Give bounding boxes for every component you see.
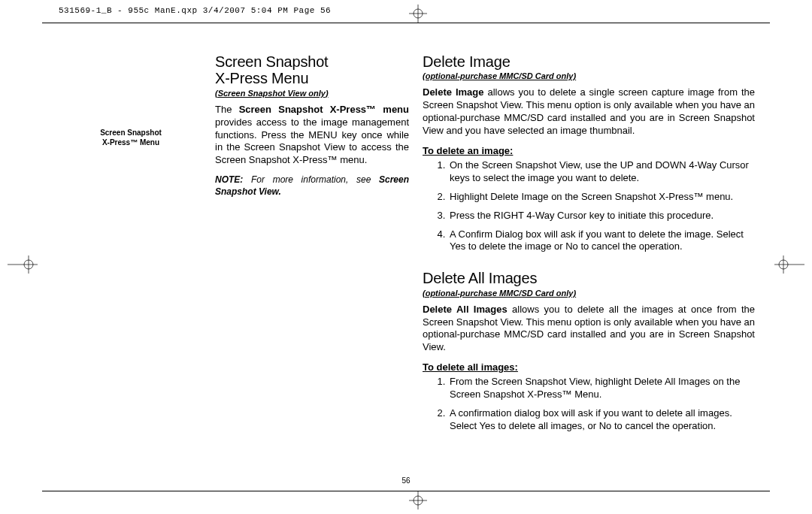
s2-howto-head: To delete all images: [423, 361, 755, 373]
s2-title: Delete All Images [423, 270, 755, 286]
s1-howto-head: To delete an image: [423, 145, 755, 156]
mid-para-before: The [215, 104, 239, 115]
caption-line2: X-Press™ Menu [102, 138, 159, 147]
s2-wrapper: Delete All Images (optional-purchase MMC… [423, 270, 755, 433]
mid-title: Screen Snapshot X-Press Menu [215, 53, 409, 87]
reg-mark-bottom [409, 491, 427, 509]
list-item: A Confirm Dialog box will ask if you wan… [448, 228, 755, 254]
mid-column: Screen Snapshot X-Press Menu (Screen Sna… [215, 53, 409, 198]
list-item: Press the RIGHT 4-Way Cursor key to init… [448, 210, 755, 222]
mid-title-line1: Screen Snapshot [215, 53, 328, 70]
page-frame: Screen Snapshot X-Press™ Menu Screen Sna… [42, 23, 770, 491]
list-item: On the Screen Snapshot View, use the UP … [448, 159, 755, 185]
list-item: Highlight Delete Image on the Screen Sna… [448, 191, 755, 204]
s1-subtitle: (optional-purchase MMC/SD Card only) [423, 71, 755, 80]
page-number: 56 [401, 476, 410, 485]
figure-caption: Screen Snapshot X-Press™ Menu [56, 128, 206, 147]
s1-paragraph: Delete Image allows you to delete a sing… [423, 86, 755, 138]
figure-column: Screen Snapshot X-Press™ Menu [56, 56, 206, 147]
reg-mark-top [409, 5, 427, 23]
print-header: 531569-1_B - 955c ManE.qxp 3/4/2007 5:04… [59, 6, 331, 15]
reg-mark-right [774, 255, 804, 274]
note-lead: NOTE: [215, 174, 243, 185]
right-column: Delete Image (optional-purchase MMC/SD C… [423, 53, 755, 439]
mid-title-line2: X-Press Menu [215, 70, 308, 86]
mid-para-after: provides access to the image management … [215, 116, 409, 166]
mid-subtitle: (Screen Snapshot View only) [215, 89, 409, 98]
s2-steps: From the Screen Snapshot View, highlight… [423, 376, 755, 433]
reg-mark-left [8, 255, 38, 274]
list-item: A confirmation dialog box will ask if yo… [448, 407, 755, 433]
s2-subtitle: (optional-purchase MMC/SD Card only) [423, 289, 755, 298]
s2-paragraph: Delete All Images allows you to delete a… [423, 304, 755, 355]
mid-para-lead: Screen Snapshot X-Press™ menu [239, 104, 409, 115]
note-text: For more information, see [243, 174, 379, 185]
s1-steps: On the Screen Snapshot View, use the UP … [423, 159, 755, 253]
s1-title: Delete Image [423, 53, 755, 70]
content-area: Screen Snapshot X-Press™ Menu Screen Sna… [56, 53, 756, 476]
list-item: From the Screen Snapshot View, highlight… [448, 376, 755, 401]
mid-paragraph: The Screen Snapshot X-Press™ menu provid… [215, 104, 409, 167]
s2-para-lead: Delete All Images [423, 304, 508, 315]
mid-note: NOTE: For more information, see Screen S… [215, 174, 409, 198]
s1-para-lead: Delete Image [423, 86, 484, 98]
caption-line1: Screen Snapshot [100, 128, 162, 137]
